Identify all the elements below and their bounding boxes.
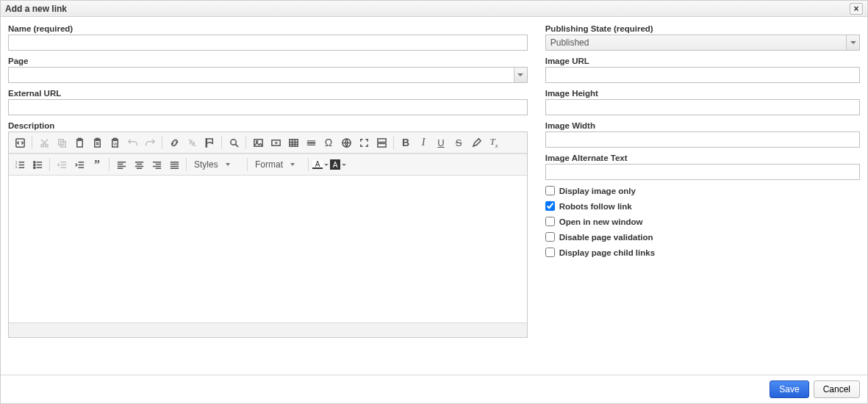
show-blocks-icon[interactable] [373, 134, 390, 151]
paste-text-icon[interactable] [89, 134, 105, 151]
cut-icon[interactable] [36, 134, 52, 151]
editor-textarea[interactable] [9, 176, 527, 322]
image-alt-input[interactable] [545, 164, 860, 180]
strike-button[interactable]: S [451, 134, 467, 151]
undo-icon[interactable] [124, 134, 140, 151]
separator [109, 158, 110, 171]
align-center-icon[interactable] [131, 156, 147, 173]
format-combo[interactable]: Format [251, 156, 304, 173]
blockquote-icon[interactable]: ” [89, 156, 105, 173]
align-right-icon[interactable] [148, 156, 165, 173]
svg-point-15 [256, 140, 257, 142]
rich-text-editor: W Ω [8, 131, 528, 338]
display-child-links-checkbox[interactable] [545, 248, 555, 257]
dialog-body: Name (required) Page External URL Descri… [1, 17, 867, 341]
left-column: Name (required) Page External URL Descri… [8, 24, 528, 338]
video-icon[interactable] [268, 134, 284, 151]
find-icon[interactable] [226, 134, 242, 151]
robots-follow-checkbox[interactable] [545, 201, 555, 211]
open-new-window-label: Open in new window [559, 217, 643, 226]
cancel-button[interactable]: Cancel [814, 380, 860, 398]
open-new-window-checkbox[interactable] [545, 217, 555, 226]
outdent-icon[interactable] [54, 156, 70, 173]
image-url-label: Image URL [545, 57, 860, 65]
unlink-icon[interactable] [184, 134, 200, 151]
svg-text:3: 3 [15, 166, 16, 169]
display-child-links-row: Display page child links [545, 248, 860, 257]
separator [186, 158, 187, 171]
text-color-button[interactable]: A [312, 156, 329, 173]
paste-word-icon[interactable]: W [107, 134, 123, 151]
copy-icon[interactable] [54, 134, 70, 151]
special-char-icon[interactable]: Ω [320, 134, 337, 151]
image-url-input[interactable] [545, 67, 860, 83]
chevron-down-icon [846, 35, 859, 50]
close-button[interactable]: × [850, 3, 863, 15]
display-image-only-row: Display image only [545, 186, 860, 195]
image-width-label: Image Width [545, 121, 860, 130]
editor-statusbar [9, 322, 527, 337]
image-icon[interactable] [250, 134, 266, 151]
separator [308, 158, 309, 171]
disable-validation-row: Disable page validation [545, 232, 860, 242]
format-combo-label: Format [255, 159, 283, 170]
name-label: Name (required) [8, 24, 528, 33]
svg-rect-14 [254, 139, 262, 145]
right-column: Publishing State (required) Published Im… [545, 24, 860, 338]
svg-rect-17 [289, 139, 297, 145]
separator [162, 136, 162, 149]
save-button[interactable]: Save [770, 380, 808, 398]
editor-toolbar-row1: W Ω [9, 132, 527, 154]
bg-color-button[interactable]: A [330, 156, 346, 173]
highlight-icon[interactable] [468, 134, 484, 151]
page-select[interactable] [8, 67, 528, 83]
display-image-only-checkbox[interactable] [545, 186, 555, 195]
bold-button[interactable]: B [398, 134, 414, 151]
dialog-titlebar: Add a new link × [1, 1, 867, 17]
disable-validation-checkbox[interactable] [545, 232, 555, 242]
image-width-input[interactable] [545, 131, 860, 148]
name-input[interactable] [8, 35, 528, 51]
styles-combo[interactable]: Styles [190, 156, 243, 173]
external-url-input[interactable] [8, 99, 528, 115]
image-width-field: Image Width [545, 121, 860, 148]
name-field: Name (required) [8, 24, 528, 51]
numbered-list-icon[interactable]: 123 [12, 156, 28, 173]
bullet-list-icon[interactable] [29, 156, 46, 173]
description-field: Description W [8, 121, 528, 338]
chevron-down-icon [514, 68, 527, 82]
svg-text:W: W [113, 142, 118, 146]
link-icon[interactable] [166, 134, 182, 151]
editor-toolbar-row2: 123 ” Styles Format A [9, 154, 527, 176]
separator [247, 158, 248, 171]
image-url-field: Image URL [545, 57, 860, 83]
separator [245, 136, 246, 149]
indent-icon[interactable] [71, 156, 87, 173]
italic-button[interactable]: I [415, 134, 431, 151]
publishing-state-field: Publishing State (required) Published [545, 24, 860, 51]
source-icon[interactable] [12, 134, 28, 151]
dialog-footer: Save Cancel [1, 375, 867, 403]
publishing-state-label: Publishing State (required) [545, 24, 860, 33]
underline-button[interactable]: U [433, 134, 449, 151]
svg-point-26 [33, 167, 35, 168]
display-image-only-label: Display image only [559, 187, 636, 195]
separator [221, 136, 222, 149]
robots-follow-row: Robots follow link [545, 201, 860, 211]
table-icon[interactable] [285, 134, 301, 151]
image-alt-field: Image Alternate Text [545, 154, 860, 180]
publishing-state-select[interactable]: Published [545, 35, 860, 51]
remove-format-button[interactable]: Tx [486, 134, 502, 151]
anchor-icon[interactable] [201, 134, 218, 151]
image-height-input[interactable] [545, 99, 860, 115]
external-url-field: External URL [8, 89, 528, 115]
svg-point-25 [33, 164, 35, 165]
redo-icon[interactable] [142, 134, 158, 151]
hr-icon[interactable] [303, 134, 319, 151]
publishing-state-value: Published [550, 37, 589, 48]
align-left-icon[interactable] [113, 156, 129, 173]
iframe-icon[interactable] [338, 134, 354, 151]
align-justify-icon[interactable] [166, 156, 182, 173]
paste-icon[interactable] [71, 134, 87, 151]
maximize-icon[interactable] [356, 134, 372, 151]
